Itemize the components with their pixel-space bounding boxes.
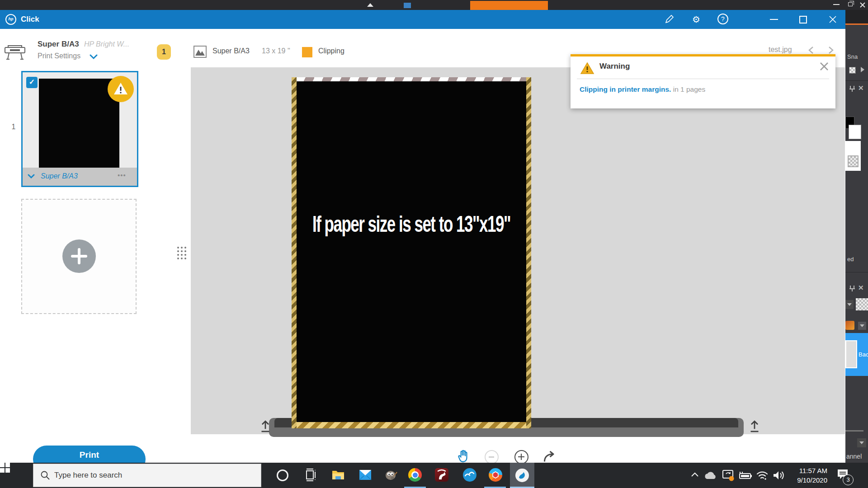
background-minimize-icon[interactable] bbox=[833, 4, 840, 5]
mail-button[interactable] bbox=[359, 468, 372, 482]
zoom-in-button[interactable] bbox=[514, 450, 528, 464]
help-icon[interactable]: ? bbox=[717, 14, 728, 24]
dropdown-button[interactable] bbox=[857, 438, 866, 447]
background-app-panel: Sna ✕ ed ✕ Bac annel bbox=[845, 10, 868, 463]
warning-close-icon[interactable] bbox=[818, 61, 830, 72]
background-window-strip bbox=[0, 0, 868, 10]
previous-file-icon[interactable] bbox=[807, 46, 815, 54]
transparency-swatch-icon[interactable] bbox=[856, 298, 868, 310]
rotate-icon[interactable] bbox=[542, 450, 559, 464]
hp-click-icon bbox=[515, 469, 529, 482]
search-icon bbox=[40, 470, 50, 480]
taskbar: 11:57 AM 9/10/2020 3 bbox=[0, 463, 868, 488]
clipping-edge-right bbox=[526, 77, 531, 428]
close-button[interactable] bbox=[829, 15, 837, 23]
background-restore-icon[interactable] bbox=[848, 2, 853, 6]
hp-click-taskbar-button[interactable] bbox=[510, 463, 534, 488]
sync-tray-icon[interactable] bbox=[722, 469, 735, 482]
image-icon bbox=[193, 46, 207, 58]
add-pages-dropzone[interactable] bbox=[21, 199, 137, 314]
panel-close-icon[interactable]: ✕ bbox=[858, 284, 864, 292]
locked-label-fragment: ed bbox=[847, 256, 854, 263]
background-orange-line bbox=[845, 23, 868, 25]
more-options-icon[interactable]: ••• bbox=[118, 171, 126, 179]
panel-close-icon[interactable]: ✕ bbox=[858, 84, 864, 92]
current-filename: test.jpg bbox=[769, 46, 792, 54]
clipping-warning-link[interactable]: Clipping in printer margins. bbox=[580, 85, 671, 93]
red-app-button[interactable] bbox=[435, 468, 448, 482]
print-settings-toggle[interactable]: Print Settings bbox=[38, 52, 80, 60]
clipping-edge-top bbox=[297, 77, 526, 81]
background-blue-chip bbox=[404, 3, 411, 8]
file-explorer-button[interactable] bbox=[331, 468, 345, 482]
layer-thumbnail bbox=[845, 340, 857, 368]
start-button[interactable] bbox=[0, 463, 27, 488]
selected-paper-type: HP Bright W... bbox=[84, 40, 129, 48]
thumbnail-label-bar[interactable]: Super B/A3 ••• bbox=[23, 168, 137, 186]
printer-icon bbox=[4, 43, 26, 61]
thumbnail-warning-icon[interactable] bbox=[108, 76, 134, 102]
dropdown-button[interactable] bbox=[845, 300, 854, 309]
photoscape-button[interactable] bbox=[489, 468, 502, 482]
edit-icon[interactable] bbox=[663, 14, 675, 25]
background-orange-tab bbox=[470, 1, 548, 10]
taskbar-search-input[interactable] bbox=[33, 464, 261, 487]
panel-arrow-icon[interactable] bbox=[861, 67, 864, 72]
tray-time: 11:57 AM bbox=[778, 466, 827, 475]
zoom-out-button[interactable] bbox=[485, 450, 499, 464]
snapshot-panel-label: Sna bbox=[847, 53, 858, 60]
divider bbox=[577, 79, 829, 79]
print-preview-page[interactable]: If paper size is set to 13"x19" bbox=[292, 77, 531, 428]
pan-hand-tool-icon[interactable] bbox=[456, 449, 471, 464]
eject-right-icon[interactable] bbox=[747, 419, 762, 435]
transparency-swatch-icon[interactable] bbox=[848, 155, 859, 167]
add-icon[interactable] bbox=[62, 239, 96, 273]
cortana-button[interactable] bbox=[277, 469, 288, 481]
gimp-button[interactable] bbox=[385, 468, 398, 482]
page-thumbnail[interactable]: ✓ Super B/A3 ••• bbox=[21, 71, 138, 187]
hp-logo: hp bbox=[5, 14, 16, 25]
eject-left-icon[interactable] bbox=[258, 419, 273, 435]
snapshot-thumb-icon[interactable] bbox=[849, 67, 856, 74]
background-color-swatch[interactable] bbox=[849, 125, 861, 139]
warning-popup: Warning Clipping in printer margins. in … bbox=[571, 54, 835, 108]
page-number: 1 bbox=[9, 123, 18, 131]
clipping-edge-left bbox=[292, 77, 297, 428]
maximize-button[interactable] bbox=[799, 16, 807, 23]
warning-title: Warning bbox=[599, 62, 630, 71]
chevron-down-icon[interactable] bbox=[28, 174, 35, 179]
brush-tool-icon[interactable] bbox=[845, 321, 854, 330]
pin-icon[interactable] bbox=[849, 285, 855, 292]
notification-count-badge: 3 bbox=[843, 474, 854, 485]
onedrive-tray-icon[interactable] bbox=[703, 471, 717, 480]
chevron-down-icon[interactable] bbox=[90, 54, 98, 60]
wifi-tray-icon[interactable] bbox=[756, 470, 769, 480]
settings-gear-icon[interactable]: ⚙ bbox=[690, 14, 702, 25]
thumbnail-image bbox=[39, 79, 119, 168]
battery-tray-icon[interactable] bbox=[739, 471, 752, 479]
warning-triangle-icon bbox=[580, 62, 594, 75]
background-close-icon[interactable] bbox=[860, 2, 865, 8]
minimize-button[interactable] bbox=[770, 19, 778, 20]
dropdown-button[interactable] bbox=[858, 322, 866, 330]
panel-slider[interactable] bbox=[845, 430, 863, 432]
chrome-button[interactable] bbox=[408, 468, 422, 482]
app-title: Click bbox=[21, 10, 39, 29]
next-file-icon[interactable] bbox=[827, 46, 835, 54]
page-image-text: If paper size is set to 13"x19" bbox=[297, 211, 526, 237]
page-checkbox[interactable]: ✓ bbox=[26, 77, 38, 88]
pin-icon[interactable] bbox=[849, 85, 855, 92]
thumbnail-size-label: Super B/A3 bbox=[41, 172, 78, 180]
clipping-label: Clipping bbox=[318, 47, 344, 55]
selected-layer-row[interactable]: Bac bbox=[845, 333, 868, 376]
toolbar-dimensions: 13 x 19 " bbox=[262, 47, 290, 55]
tray-chevron-up-icon[interactable] bbox=[691, 472, 699, 477]
titlebar: hp Click ⚙ ? bbox=[0, 10, 845, 29]
channels-label-fragment: annel bbox=[846, 453, 862, 460]
background-layer-label: Bac bbox=[859, 351, 868, 358]
tray-clock[interactable]: 11:57 AM 9/10/2020 bbox=[778, 466, 827, 485]
task-view-button[interactable] bbox=[305, 468, 318, 482]
openoffice-button[interactable] bbox=[463, 468, 476, 482]
caret-up-icon bbox=[367, 3, 373, 7]
panel-drag-handle[interactable] bbox=[177, 247, 184, 260]
